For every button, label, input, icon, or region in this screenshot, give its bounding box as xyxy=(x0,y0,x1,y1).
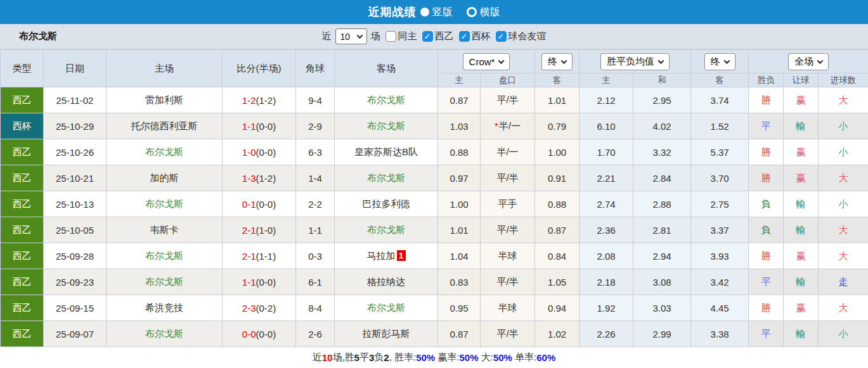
summary-segment: 大: xyxy=(479,352,493,364)
team-name-text: 布尔戈斯 xyxy=(145,276,183,287)
league-badge: 西乙 xyxy=(1,269,44,295)
odds-time-select[interactable]: 终 xyxy=(541,53,573,70)
cell-score: 2-1(1-1) xyxy=(223,243,296,269)
cell-score: 2-1(1-0) xyxy=(223,217,296,243)
cell-handicap-result: 赢 xyxy=(784,165,819,191)
cell-handicap-result: 輸 xyxy=(784,217,819,243)
summary-segment: 场,胜 xyxy=(332,352,354,364)
team-name-text: 布尔戈斯 xyxy=(367,172,405,183)
cell-wdl-result: 平 xyxy=(749,269,784,295)
cell-date: 25-09-23 xyxy=(44,269,107,295)
cell-corner: 6-3 xyxy=(296,139,335,165)
cell-avg-home: 2.08 xyxy=(580,243,633,269)
checkbox-icon xyxy=(459,31,470,42)
cell-goals-result: 大 xyxy=(819,217,868,243)
team-name: 布尔戈斯 xyxy=(19,30,57,42)
team-name-text: 布尔戈斯 xyxy=(367,94,405,105)
summary-segment: 单率: xyxy=(512,352,536,364)
red-card-badge: 1 xyxy=(397,250,406,261)
league-badge: 西乙 xyxy=(1,321,44,347)
radio-horizontal-layout[interactable]: 横版 xyxy=(467,6,500,19)
league-badge: 西乙 xyxy=(1,165,44,191)
checkbox-league[interactable]: 西乙 xyxy=(422,30,454,42)
cell-avg-home: 2.21 xyxy=(580,165,633,191)
header-cell-avg: 胜平负均值 xyxy=(580,50,691,73)
cell-score: 1-3(1-2) xyxy=(223,165,296,191)
cell-away-odds: 0.84 xyxy=(535,243,580,269)
near-label: 近 xyxy=(322,30,332,42)
half-time-score: (0-0) xyxy=(256,329,276,339)
col-header-corner: 角球 xyxy=(296,50,335,87)
checkbox-icon xyxy=(422,31,433,42)
cell-home-team: 加的斯 xyxy=(107,165,223,191)
summary-segment: 赢率: xyxy=(435,352,459,364)
cell-corner: 8-4 xyxy=(296,295,335,321)
cell-date: 25-10-13 xyxy=(44,191,107,217)
radio-vertical-label: 竖版 xyxy=(432,6,453,19)
cell-away-odds: 0.91 xyxy=(535,165,580,191)
cell-handicap: 平/半 xyxy=(481,269,535,295)
cell-handicap: 平手 xyxy=(481,191,535,217)
cell-wdl-result: 勝 xyxy=(749,243,784,269)
cell-home-team: 布尔戈斯 xyxy=(107,321,223,347)
half-time-score: (1-2) xyxy=(256,95,276,106)
cell-avg-away: 2.75 xyxy=(691,191,749,217)
scope-select[interactable]: 全场 xyxy=(788,53,829,70)
summary-segment: 10 xyxy=(322,352,333,363)
cell-avg-home: 6.10 xyxy=(580,113,633,139)
table-row: 西乙25-11-02雷加利斯1-2(1-2)9-4布尔戈斯0.87平/半1.01… xyxy=(1,87,868,113)
cell-avg-home: 2.18 xyxy=(580,269,633,295)
page-title: 近期战绩 xyxy=(368,4,417,20)
cell-home-team: 托尔德西利亚斯 xyxy=(107,113,223,139)
sub-header-avg-away: 客 xyxy=(691,73,749,87)
cell-handicap: 半/一 xyxy=(481,139,535,165)
cell-home-odds: 0.97 xyxy=(438,165,481,191)
cell-score: 1-2(1-2) xyxy=(223,87,296,113)
odds-company-select[interactable]: Crow* xyxy=(463,53,510,70)
cell-home-odds: 1.00 xyxy=(438,191,481,217)
team-name-text: 布尔戈斯 xyxy=(145,328,183,339)
cell-handicap: *半/一 xyxy=(481,113,535,139)
cell-avg-home: 2.74 xyxy=(580,191,633,217)
scope-value: 全场 xyxy=(794,56,813,68)
cell-date: 25-10-21 xyxy=(44,165,107,191)
match-count-select[interactable]: 10 xyxy=(335,29,367,44)
radio-vertical-layout[interactable]: 竖版 xyxy=(420,6,453,19)
summary-segment: 50% xyxy=(416,352,435,363)
league-badge: 西乙 xyxy=(1,139,44,165)
cell-avg-draw: 2.94 xyxy=(633,243,691,269)
cell-home-odds: 0.88 xyxy=(438,139,481,165)
header-cell-company-time: 终 xyxy=(535,50,580,73)
odds-time-value: 终 xyxy=(548,56,557,68)
cell-handicap-result: 赢 xyxy=(784,87,819,113)
cell-home-odds: 0.95 xyxy=(438,295,481,321)
cell-corner: 2-6 xyxy=(296,321,335,347)
checkbox-friendly[interactable]: 球会友谊 xyxy=(496,30,547,42)
cell-avg-home: 2.36 xyxy=(580,217,633,243)
full-time-score: 0-0 xyxy=(242,329,256,339)
team-name-text: 布尔戈斯 xyxy=(145,198,183,209)
avg-odds-select[interactable]: 胜平负均值 xyxy=(600,53,670,70)
cell-corner: 1-1 xyxy=(296,217,335,243)
full-time-score: 1-1 xyxy=(242,277,256,288)
cell-score: 1-1(0-0) xyxy=(223,113,296,139)
cell-avg-draw: 3.03 xyxy=(633,295,691,321)
half-time-score: (1-1) xyxy=(256,251,276,262)
cell-avg-draw: 2.88 xyxy=(633,191,691,217)
checkbox-cup[interactable]: 西杯 xyxy=(459,30,491,42)
cell-handicap: 平/半 xyxy=(481,87,535,113)
cell-avg-away: 5.37 xyxy=(691,139,749,165)
team-name-text: 马拉加 xyxy=(367,250,396,261)
cell-wdl-result: 負 xyxy=(749,217,784,243)
full-time-score: 2-1 xyxy=(242,251,256,262)
half-time-score: (0-0) xyxy=(256,199,276,210)
cell-avg-home: 1.70 xyxy=(580,139,633,165)
checkbox-same-home[interactable]: 同主 xyxy=(385,30,417,42)
filter-bar: 布尔戈斯 近 10 场 同主 西乙 西杯 球会友谊 xyxy=(0,24,868,49)
cell-home-team: 布尔戈斯 xyxy=(107,243,223,269)
cell-away-team: 布尔戈斯 xyxy=(335,113,438,139)
avg-time-select[interactable]: 终 xyxy=(704,53,735,70)
cell-away-odds: 0.94 xyxy=(535,295,580,321)
cell-wdl-result: 勝 xyxy=(749,165,784,191)
half-time-score: (0-0) xyxy=(256,121,276,132)
